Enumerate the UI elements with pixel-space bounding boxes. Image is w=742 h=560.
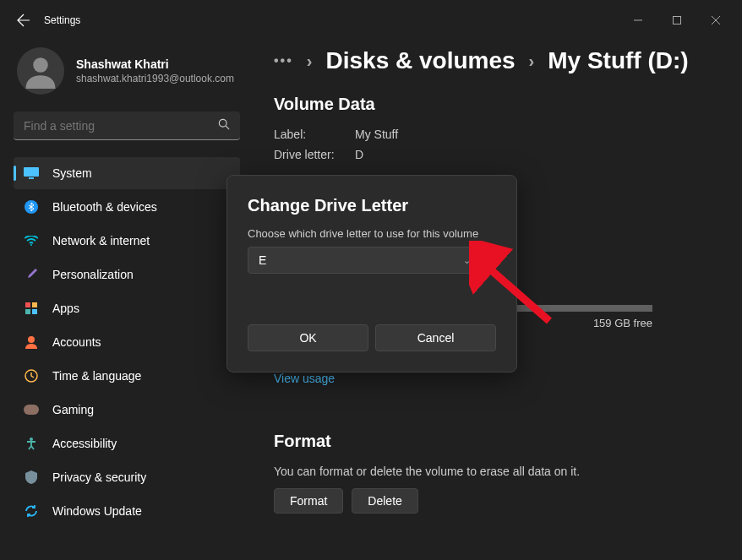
ok-button[interactable]: OK xyxy=(248,324,368,351)
cancel-button[interactable]: Cancel xyxy=(375,324,496,351)
dialog-overlay: Change Drive Letter Choose which drive l… xyxy=(0,0,742,560)
chevron-down-icon: ⌄ xyxy=(463,255,471,266)
dialog-title: Change Drive Letter xyxy=(248,196,496,215)
dialog-text: Choose which drive letter to use for thi… xyxy=(248,227,496,240)
dropdown-selected-value: E xyxy=(259,253,266,267)
change-drive-letter-dialog: Change Drive Letter Choose which drive l… xyxy=(226,175,517,372)
drive-letter-dropdown[interactable]: E ⌄ xyxy=(248,247,482,274)
